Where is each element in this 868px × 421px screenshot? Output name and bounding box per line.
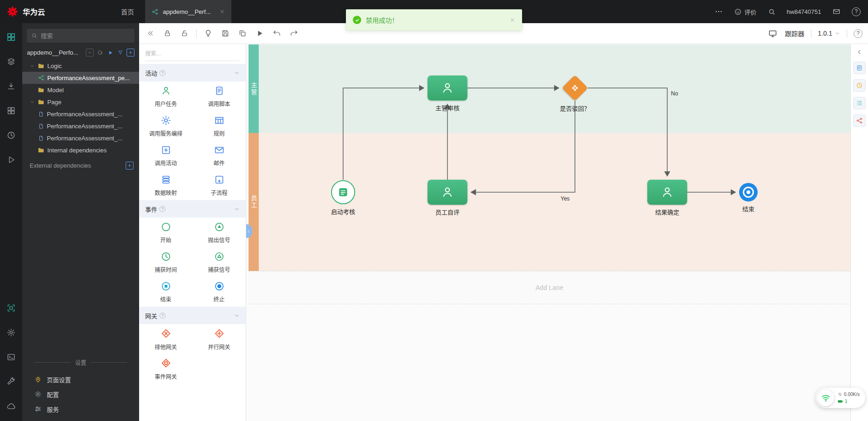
minimap-panel-icon[interactable] (853, 114, 866, 127)
palette-item-terminate[interactable]: 终止 (192, 277, 246, 307)
mail-icon[interactable] (832, 7, 841, 16)
brand[interactable]: 华为云 (0, 6, 51, 18)
outline-panel-icon[interactable] (853, 97, 866, 109)
palette-item-catch-time[interactable]: 捕获时间 (139, 247, 192, 277)
app-tab[interactable]: appdemo__Perf... (145, 0, 231, 23)
toast-close-icon[interactable] (510, 17, 515, 23)
help-icon[interactable] (852, 7, 861, 16)
console-icon[interactable] (4, 350, 19, 364)
palette-item-parallel-gateway[interactable]: 并行网关 (192, 324, 246, 354)
palette-item-rule[interactable]: 规则 (192, 111, 246, 141)
explorer-search[interactable] (27, 29, 134, 43)
tree-folder-internal-dependencies[interactable]: Internal dependencies (22, 144, 139, 156)
palette-item-start-event[interactable]: 开始 (139, 218, 192, 247)
palette-search[interactable] (145, 49, 240, 61)
publish-icon[interactable] (4, 399, 19, 414)
project-name[interactable]: appdemo__Perfo... (27, 49, 83, 56)
node-end[interactable] (739, 183, 758, 201)
palette-item-call-activity[interactable]: 调用活动 (139, 141, 192, 170)
edge-label-no: No (671, 90, 678, 97)
add-resource-icon[interactable] (127, 49, 134, 57)
section-header-activities[interactable]: 活动 (139, 64, 246, 82)
explorer-panel: appdemo__Perfo... Logic PerformanceAsses… (22, 23, 139, 421)
toolbar-separator (811, 29, 811, 38)
folder-icon (38, 147, 45, 154)
palette-item-catch-signal[interactable]: 捕获信号 (192, 247, 246, 277)
toolbar-help-icon[interactable] (854, 29, 862, 38)
section-header-gateways[interactable]: 网关 (139, 307, 246, 324)
version-value: 1.0.1 (818, 30, 832, 37)
layers-icon[interactable] (4, 54, 19, 69)
caret-down-icon[interactable] (30, 63, 35, 69)
tracker-label[interactable]: 跟踪器 (785, 29, 804, 38)
configuration-label: 配置 (47, 390, 59, 399)
save-as-icon[interactable] (237, 28, 248, 39)
palette-item-throw-signal[interactable]: 抛出信号 (192, 218, 246, 247)
filter-icon[interactable] (116, 49, 124, 57)
palette-item-data-mapping[interactable]: 数据映射 (139, 170, 192, 200)
lock-icon[interactable] (162, 28, 173, 39)
palette-item-call-script[interactable]: 调用脚本 (192, 82, 246, 111)
unlock-icon[interactable] (179, 28, 190, 39)
flow-canvas[interactable]: 主管 员工 Add Lane (246, 44, 850, 421)
preview-icon[interactable] (4, 301, 19, 315)
tree-item-page-file[interactable]: PerformanceAssessment_... (22, 132, 139, 144)
services-label: 服务 (47, 405, 59, 414)
node-result-confirm[interactable] (647, 180, 687, 205)
tab-close-icon[interactable] (219, 9, 225, 14)
collapse-panel-icon[interactable] (145, 28, 156, 39)
history-icon[interactable] (4, 128, 19, 143)
feedback-button[interactable]: 评价 (734, 7, 757, 16)
palette-item-email[interactable]: 邮件 (192, 141, 246, 170)
configuration-item[interactable]: 配置 (22, 387, 139, 402)
refresh-icon[interactable] (96, 49, 104, 57)
components-icon[interactable] (4, 103, 19, 118)
palette-item-end-event[interactable]: 结束 (139, 277, 192, 307)
redo-icon[interactable] (288, 28, 300, 39)
import-icon[interactable] (4, 79, 19, 94)
node-employee-self-eval[interactable] (428, 180, 467, 205)
hint-bulb-icon[interactable] (203, 28, 214, 39)
caret-down-icon[interactable] (30, 100, 35, 105)
home-link[interactable]: 首页 (121, 7, 134, 16)
run-icon[interactable] (254, 28, 265, 39)
wifi-icon[interactable] (817, 390, 834, 406)
palette-item-subprocess[interactable]: 子流程 (192, 170, 246, 200)
folder-label: Logic (47, 63, 62, 69)
palette-item-call-service-orchestration[interactable]: 调用服务编排 (139, 111, 192, 141)
project-switch-icon[interactable] (86, 49, 94, 57)
debug-icon[interactable] (4, 152, 19, 167)
explorer-search-input[interactable] (41, 32, 130, 39)
tree-folder-logic[interactable]: Logic (22, 60, 139, 72)
undo-icon[interactable] (271, 28, 282, 39)
palette-item-user-task[interactable]: 用户任务 (139, 82, 192, 111)
node-supervisor-review[interactable] (428, 75, 467, 101)
page-settings-item[interactable]: 页面设置 (22, 372, 139, 387)
version-select[interactable]: 1.0.1 (818, 30, 840, 37)
username-menu[interactable]: hw84740751 (787, 8, 821, 15)
right-panel-bar (850, 44, 868, 421)
add-external-dependency-icon[interactable] (126, 162, 134, 170)
palette-search-input[interactable] (145, 50, 240, 57)
save-icon[interactable] (220, 28, 231, 39)
appcube-logo-icon[interactable] (4, 30, 19, 44)
tree-item-page-file[interactable]: PerformanceAssessment_... (22, 108, 139, 120)
node-start-assessment[interactable] (331, 180, 355, 204)
tree-folder-page[interactable]: Page (22, 96, 139, 108)
more-menu-icon[interactable] (715, 7, 723, 16)
tracker-monitor-icon[interactable] (767, 28, 779, 39)
palette-item-exclusive-gateway[interactable]: 排他网关 (139, 324, 192, 354)
properties-panel-icon[interactable] (853, 62, 866, 74)
tree-folder-model[interactable]: Model (22, 84, 139, 96)
run-all-icon[interactable] (106, 49, 114, 57)
services-item[interactable]: 服务 (22, 402, 139, 416)
expand-panel-icon[interactable] (856, 49, 863, 56)
settings-gear-icon[interactable] (4, 325, 19, 340)
search-icon[interactable] (768, 8, 776, 16)
tools-icon[interactable] (4, 374, 19, 389)
history-panel-icon[interactable] (853, 79, 866, 92)
section-header-events[interactable]: 事件 (139, 200, 246, 218)
tree-item-page-file[interactable]: PerformanceAssessment_... (22, 120, 139, 132)
palette-item-event-gateway[interactable]: 事件网关 (139, 354, 192, 383)
tree-item-performance-flow[interactable]: PerformanceAssessment_pe... (22, 72, 139, 84)
